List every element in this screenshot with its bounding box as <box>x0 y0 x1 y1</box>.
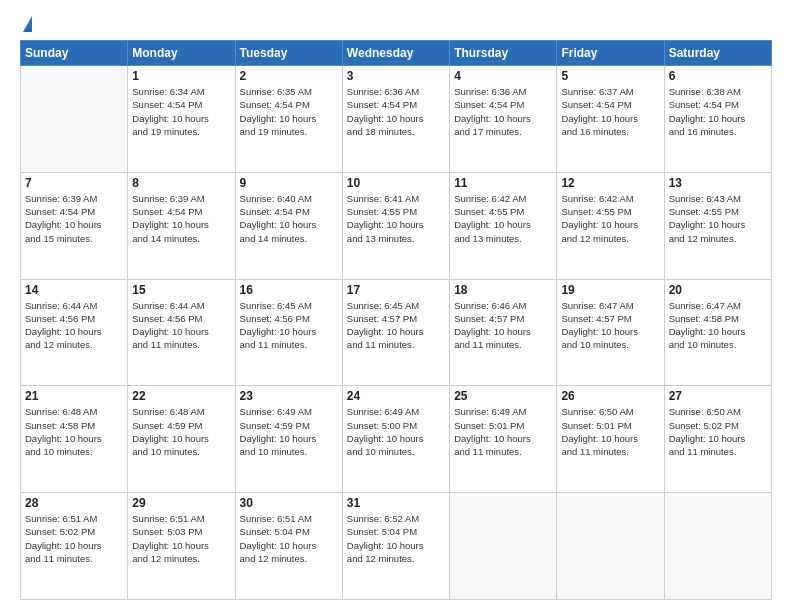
day-info: Sunrise: 6:38 AMSunset: 4:54 PMDaylight:… <box>669 85 767 138</box>
calendar-cell: 1Sunrise: 6:34 AMSunset: 4:54 PMDaylight… <box>128 66 235 173</box>
calendar-cell: 16Sunrise: 6:45 AMSunset: 4:56 PMDayligh… <box>235 279 342 386</box>
day-number: 13 <box>669 176 767 190</box>
day-number: 17 <box>347 283 445 297</box>
calendar-cell: 7Sunrise: 6:39 AMSunset: 4:54 PMDaylight… <box>21 172 128 279</box>
day-info: Sunrise: 6:52 AMSunset: 5:04 PMDaylight:… <box>347 512 445 565</box>
day-number: 18 <box>454 283 552 297</box>
day-info: Sunrise: 6:39 AMSunset: 4:54 PMDaylight:… <box>25 192 123 245</box>
logo-text <box>20 16 32 30</box>
day-info: Sunrise: 6:47 AMSunset: 4:58 PMDaylight:… <box>669 299 767 352</box>
calendar-table: SundayMondayTuesdayWednesdayThursdayFrid… <box>20 40 772 600</box>
calendar-cell: 30Sunrise: 6:51 AMSunset: 5:04 PMDayligh… <box>235 493 342 600</box>
day-info: Sunrise: 6:41 AMSunset: 4:55 PMDaylight:… <box>347 192 445 245</box>
col-header-friday: Friday <box>557 41 664 66</box>
calendar-cell: 19Sunrise: 6:47 AMSunset: 4:57 PMDayligh… <box>557 279 664 386</box>
day-number: 19 <box>561 283 659 297</box>
calendar-cell: 27Sunrise: 6:50 AMSunset: 5:02 PMDayligh… <box>664 386 771 493</box>
calendar-cell: 31Sunrise: 6:52 AMSunset: 5:04 PMDayligh… <box>342 493 449 600</box>
calendar-cell: 4Sunrise: 6:36 AMSunset: 4:54 PMDaylight… <box>450 66 557 173</box>
day-info: Sunrise: 6:49 AMSunset: 5:01 PMDaylight:… <box>454 405 552 458</box>
day-number: 31 <box>347 496 445 510</box>
week-row-1: 1Sunrise: 6:34 AMSunset: 4:54 PMDaylight… <box>21 66 772 173</box>
day-number: 27 <box>669 389 767 403</box>
col-header-wednesday: Wednesday <box>342 41 449 66</box>
calendar-cell: 17Sunrise: 6:45 AMSunset: 4:57 PMDayligh… <box>342 279 449 386</box>
calendar-cell <box>450 493 557 600</box>
calendar-cell: 21Sunrise: 6:48 AMSunset: 4:58 PMDayligh… <box>21 386 128 493</box>
week-row-2: 7Sunrise: 6:39 AMSunset: 4:54 PMDaylight… <box>21 172 772 279</box>
day-number: 11 <box>454 176 552 190</box>
day-info: Sunrise: 6:51 AMSunset: 5:03 PMDaylight:… <box>132 512 230 565</box>
day-info: Sunrise: 6:36 AMSunset: 4:54 PMDaylight:… <box>347 85 445 138</box>
day-number: 8 <box>132 176 230 190</box>
day-info: Sunrise: 6:44 AMSunset: 4:56 PMDaylight:… <box>25 299 123 352</box>
calendar-cell: 6Sunrise: 6:38 AMSunset: 4:54 PMDaylight… <box>664 66 771 173</box>
calendar-cell <box>557 493 664 600</box>
logo <box>20 16 32 30</box>
calendar-cell: 20Sunrise: 6:47 AMSunset: 4:58 PMDayligh… <box>664 279 771 386</box>
day-info: Sunrise: 6:51 AMSunset: 5:04 PMDaylight:… <box>240 512 338 565</box>
day-info: Sunrise: 6:49 AMSunset: 4:59 PMDaylight:… <box>240 405 338 458</box>
calendar-cell: 14Sunrise: 6:44 AMSunset: 4:56 PMDayligh… <box>21 279 128 386</box>
calendar-cell: 2Sunrise: 6:35 AMSunset: 4:54 PMDaylight… <box>235 66 342 173</box>
day-number: 30 <box>240 496 338 510</box>
calendar-cell: 25Sunrise: 6:49 AMSunset: 5:01 PMDayligh… <box>450 386 557 493</box>
day-info: Sunrise: 6:50 AMSunset: 5:01 PMDaylight:… <box>561 405 659 458</box>
calendar-cell: 8Sunrise: 6:39 AMSunset: 4:54 PMDaylight… <box>128 172 235 279</box>
calendar-cell: 9Sunrise: 6:40 AMSunset: 4:54 PMDaylight… <box>235 172 342 279</box>
day-info: Sunrise: 6:42 AMSunset: 4:55 PMDaylight:… <box>561 192 659 245</box>
day-info: Sunrise: 6:44 AMSunset: 4:56 PMDaylight:… <box>132 299 230 352</box>
page: SundayMondayTuesdayWednesdayThursdayFrid… <box>0 0 792 612</box>
day-info: Sunrise: 6:46 AMSunset: 4:57 PMDaylight:… <box>454 299 552 352</box>
day-number: 9 <box>240 176 338 190</box>
day-info: Sunrise: 6:43 AMSunset: 4:55 PMDaylight:… <box>669 192 767 245</box>
day-number: 5 <box>561 69 659 83</box>
calendar-cell: 5Sunrise: 6:37 AMSunset: 4:54 PMDaylight… <box>557 66 664 173</box>
day-number: 3 <box>347 69 445 83</box>
day-info: Sunrise: 6:34 AMSunset: 4:54 PMDaylight:… <box>132 85 230 138</box>
day-number: 28 <box>25 496 123 510</box>
day-info: Sunrise: 6:45 AMSunset: 4:57 PMDaylight:… <box>347 299 445 352</box>
day-number: 10 <box>347 176 445 190</box>
week-row-4: 21Sunrise: 6:48 AMSunset: 4:58 PMDayligh… <box>21 386 772 493</box>
calendar-cell: 26Sunrise: 6:50 AMSunset: 5:01 PMDayligh… <box>557 386 664 493</box>
day-number: 23 <box>240 389 338 403</box>
day-number: 2 <box>240 69 338 83</box>
day-number: 12 <box>561 176 659 190</box>
calendar-cell <box>664 493 771 600</box>
calendar-cell: 23Sunrise: 6:49 AMSunset: 4:59 PMDayligh… <box>235 386 342 493</box>
day-number: 6 <box>669 69 767 83</box>
calendar-cell: 12Sunrise: 6:42 AMSunset: 4:55 PMDayligh… <box>557 172 664 279</box>
week-row-3: 14Sunrise: 6:44 AMSunset: 4:56 PMDayligh… <box>21 279 772 386</box>
calendar-cell: 29Sunrise: 6:51 AMSunset: 5:03 PMDayligh… <box>128 493 235 600</box>
calendar-cell: 22Sunrise: 6:48 AMSunset: 4:59 PMDayligh… <box>128 386 235 493</box>
day-number: 24 <box>347 389 445 403</box>
week-row-5: 28Sunrise: 6:51 AMSunset: 5:02 PMDayligh… <box>21 493 772 600</box>
day-info: Sunrise: 6:50 AMSunset: 5:02 PMDaylight:… <box>669 405 767 458</box>
day-number: 20 <box>669 283 767 297</box>
calendar-cell: 11Sunrise: 6:42 AMSunset: 4:55 PMDayligh… <box>450 172 557 279</box>
calendar-cell: 18Sunrise: 6:46 AMSunset: 4:57 PMDayligh… <box>450 279 557 386</box>
calendar-header-row: SundayMondayTuesdayWednesdayThursdayFrid… <box>21 41 772 66</box>
day-number: 29 <box>132 496 230 510</box>
logo-triangle-icon <box>23 16 32 32</box>
day-info: Sunrise: 6:47 AMSunset: 4:57 PMDaylight:… <box>561 299 659 352</box>
day-info: Sunrise: 6:45 AMSunset: 4:56 PMDaylight:… <box>240 299 338 352</box>
day-info: Sunrise: 6:35 AMSunset: 4:54 PMDaylight:… <box>240 85 338 138</box>
day-info: Sunrise: 6:48 AMSunset: 4:58 PMDaylight:… <box>25 405 123 458</box>
day-info: Sunrise: 6:36 AMSunset: 4:54 PMDaylight:… <box>454 85 552 138</box>
day-info: Sunrise: 6:42 AMSunset: 4:55 PMDaylight:… <box>454 192 552 245</box>
day-info: Sunrise: 6:37 AMSunset: 4:54 PMDaylight:… <box>561 85 659 138</box>
day-number: 15 <box>132 283 230 297</box>
day-number: 25 <box>454 389 552 403</box>
calendar-cell: 28Sunrise: 6:51 AMSunset: 5:02 PMDayligh… <box>21 493 128 600</box>
day-number: 22 <box>132 389 230 403</box>
day-number: 1 <box>132 69 230 83</box>
day-info: Sunrise: 6:49 AMSunset: 5:00 PMDaylight:… <box>347 405 445 458</box>
calendar-cell: 24Sunrise: 6:49 AMSunset: 5:00 PMDayligh… <box>342 386 449 493</box>
day-number: 21 <box>25 389 123 403</box>
day-number: 7 <box>25 176 123 190</box>
day-number: 4 <box>454 69 552 83</box>
col-header-tuesday: Tuesday <box>235 41 342 66</box>
day-info: Sunrise: 6:51 AMSunset: 5:02 PMDaylight:… <box>25 512 123 565</box>
